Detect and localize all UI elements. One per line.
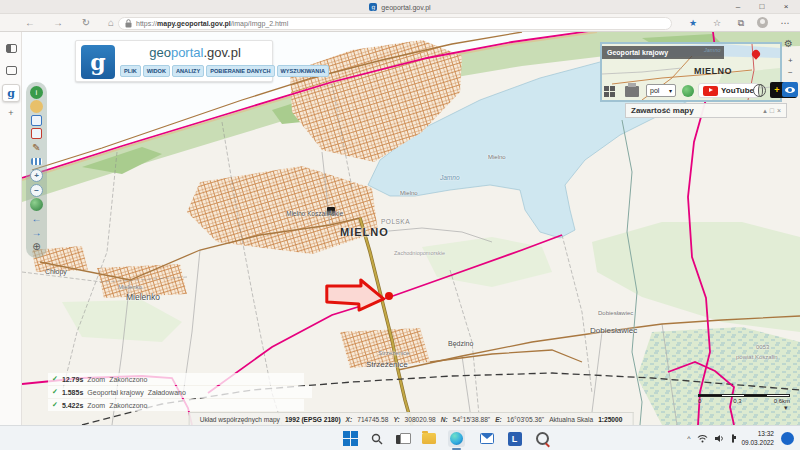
eye-icon xyxy=(785,87,795,93)
search-icon[interactable] xyxy=(368,430,385,447)
refresh-button[interactable]: ↻ xyxy=(78,15,94,31)
site-title: geoportal.gov.pl xyxy=(120,45,270,60)
forward-button[interactable]: → xyxy=(50,15,66,31)
draw-icon[interactable]: ✎ xyxy=(30,141,43,154)
measure-icon[interactable] xyxy=(31,158,42,165)
menu-widok[interactable]: WIDOK xyxy=(143,65,170,77)
start-button[interactable] xyxy=(342,430,359,447)
tab-favicon: g xyxy=(369,3,377,11)
vertical-tabs-sidebar: g + xyxy=(0,32,22,425)
screen: g geoportal.gov.pl – □ × ← → ↻ ⌂ https:/… xyxy=(0,0,800,450)
back-button[interactable]: ← xyxy=(22,15,38,31)
previous-view-icon[interactable]: ← xyxy=(30,212,43,225)
overview-city-label: MIELNO xyxy=(694,66,732,76)
new-tab-button[interactable]: + xyxy=(4,106,18,120)
lock-icon xyxy=(125,19,132,28)
overview-lake-label: Jamno xyxy=(704,47,721,53)
tab-list-icon[interactable] xyxy=(4,42,18,56)
scale-bar: 0 0,3 0,6km ▾ xyxy=(698,394,790,404)
notification-badge[interactable] xyxy=(781,432,794,445)
system-tray: ^ 13:32 09.03.2022 xyxy=(687,426,794,450)
active-tab-tile[interactable]: g xyxy=(2,84,20,102)
identify-icon[interactable]: i xyxy=(30,86,43,99)
menu-analizy[interactable]: ANALIZY xyxy=(172,65,204,77)
poi-marker[interactable]: i xyxy=(327,207,335,215)
tray-expand-icon[interactable]: ^ xyxy=(687,435,690,442)
check-icon: ✓ xyxy=(52,388,58,396)
zoom-out-icon[interactable]: − xyxy=(30,184,43,197)
globe-icon[interactable] xyxy=(753,84,766,97)
status-dot-icon[interactable] xyxy=(682,85,694,97)
windows-taskbar: L ^ 13:32 09.03.2022 xyxy=(0,425,800,450)
selected-point-marker[interactable] xyxy=(385,292,393,300)
geoportal-logo[interactable]: g xyxy=(81,45,115,79)
settings-gear-icon[interactable]: ⚙ xyxy=(784,38,793,49)
battery-icon[interactable] xyxy=(732,435,734,442)
favorites-icon[interactable]: ★ xyxy=(684,15,702,31)
geoportal-header: g geoportal.gov.pl PLIK WIDOK ANALIZY PO… xyxy=(75,40,273,82)
svg-text:i: i xyxy=(330,209,331,215)
youtube-button[interactable]: YouTube xyxy=(698,83,759,98)
close-button[interactable]: × xyxy=(774,0,798,14)
l-app-icon[interactable]: L xyxy=(506,430,523,447)
minimize-button[interactable]: – xyxy=(726,0,750,14)
print-icon[interactable] xyxy=(625,86,639,97)
address-bar[interactable]: https://mapy.geoportal.gov.pl/imap/Imgp_… xyxy=(118,17,672,30)
browser-titlebar: g geoportal.gov.pl – □ × xyxy=(0,0,800,14)
map-toolbar: i ✎ + − ← → ⊕ xyxy=(26,82,47,258)
home-button[interactable]: ⌂ xyxy=(103,15,119,31)
panel-collapse-icon[interactable]: ▴ xyxy=(763,107,767,115)
qr-icon[interactable] xyxy=(604,86,615,97)
check-icon: ✓ xyxy=(52,375,58,383)
status-message: ✓ 12.79s Zoom Zakończono xyxy=(48,373,304,385)
url-text: https://mapy.geoportal.gov.pl/imap/Imgp_… xyxy=(136,20,288,27)
panel-window-icon[interactable]: □ xyxy=(770,107,774,115)
zoom-plus-icon[interactable]: + xyxy=(788,56,793,65)
chevron-down-icon: ▾ xyxy=(669,87,672,94)
menu-plik[interactable]: PLIK xyxy=(120,65,141,77)
taskbar-clock[interactable]: 13:32 09.03.2022 xyxy=(741,430,774,448)
map-content-title: Zawartość mapy xyxy=(631,106,694,115)
visibility-button[interactable] xyxy=(782,82,798,97)
browser-tab[interactable]: g geoportal.gov.pl xyxy=(0,0,800,14)
tab-group-icon[interactable] xyxy=(4,64,18,78)
zoom-minus-icon[interactable]: − xyxy=(788,68,793,77)
add-favorite-icon[interactable]: ☆ xyxy=(708,15,726,31)
status-message: ✓ 1.585s Geoportal krajowy Załadowano xyxy=(48,386,312,398)
status-message: ✓ 5.422s Zoom Zakończono xyxy=(48,399,304,411)
browser-toolbar: ← → ↻ ⌂ https://mapy.geoportal.gov.pl/im… xyxy=(0,14,800,32)
powertoys-icon[interactable] xyxy=(534,430,551,447)
panel-close-icon[interactable]: × xyxy=(777,107,781,115)
menu-wyszukiwania[interactable]: WYSZUKIWANIA xyxy=(277,65,329,77)
tab-title: geoportal.gov.pl xyxy=(381,4,430,11)
check-icon: ✓ xyxy=(52,401,58,409)
next-view-icon[interactable]: → xyxy=(30,226,43,239)
file-explorer-icon[interactable] xyxy=(420,430,437,447)
volume-icon[interactable] xyxy=(715,434,725,443)
marsh xyxy=(637,327,800,425)
collections-icon[interactable]: ⧉ xyxy=(732,15,750,31)
collapse-icon[interactable]: ▾ xyxy=(784,404,788,412)
mail-icon[interactable] xyxy=(478,430,495,447)
pan-icon[interactable] xyxy=(30,100,43,113)
main-menu: PLIK WIDOK ANALIZY POBIERANIE DANYCH WYS… xyxy=(120,65,329,77)
edge-browser-icon[interactable] xyxy=(448,430,465,447)
select-rectangle-icon[interactable] xyxy=(31,115,42,126)
clear-selection-icon[interactable] xyxy=(31,128,42,139)
profile-avatar[interactable] xyxy=(757,17,768,28)
maximize-button[interactable]: □ xyxy=(750,0,774,14)
map-content-panel-header[interactable]: Zawartość mapy ▴ □ × xyxy=(625,103,787,118)
youtube-play-icon xyxy=(703,86,718,96)
task-view-icon[interactable] xyxy=(394,430,411,447)
location-pin-icon xyxy=(750,50,762,62)
coordinates-icon[interactable]: ⊕ xyxy=(30,240,43,253)
coordinates-statusbar: Układ współrzędnych mapy1992 (EPSG 2180)… xyxy=(189,412,634,425)
full-extent-icon[interactable] xyxy=(30,198,43,211)
language-select[interactable]: pol▾ xyxy=(646,84,676,97)
zoom-in-icon[interactable]: + xyxy=(30,169,43,182)
wifi-icon[interactable] xyxy=(697,434,708,443)
more-menu-icon[interactable]: ⋯ xyxy=(776,15,794,31)
map-container: i Chłopy Mielenko Mielenko Mielno Koszal… xyxy=(22,32,800,425)
menu-pobieranie-danych[interactable]: POBIERANIE DANYCH xyxy=(206,65,274,77)
